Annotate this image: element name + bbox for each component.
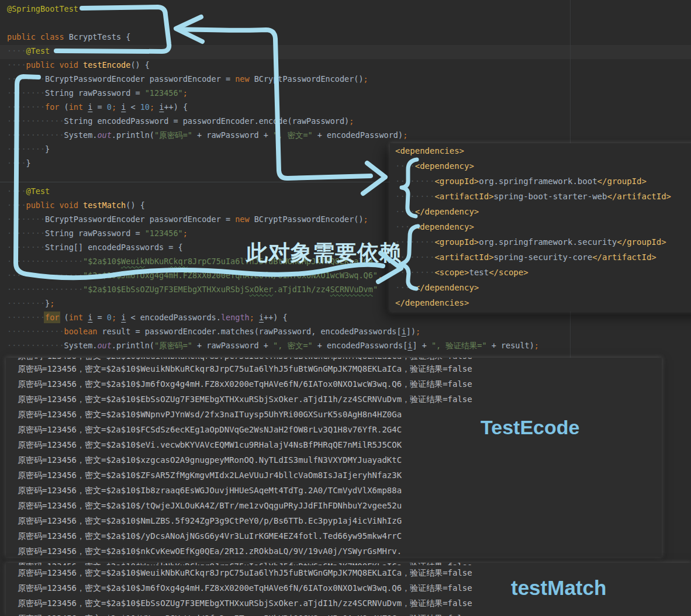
xml-line: ········<scope>test</scope>	[395, 265, 691, 280]
xml-line: ····</dependency>	[395, 204, 691, 219]
xml-line: ····</dependency>	[395, 280, 691, 295]
code-line[interactable]: ········for (int i = 0; i < 10; i++) {	[7, 100, 539, 114]
console-line: 原密码=123456，密文=$2a$10$eVi.vecwbKYVAVcEQMW…	[6, 437, 662, 452]
code-line[interactable]: ····public void testEncode() {	[7, 58, 539, 72]
console-line: 原密码=123456，密文=$2a$10$xzgcasO2A9gnugpeyMR…	[6, 452, 662, 468]
console-line: 原密码=123456，密文=$2a$10$NmLZBS.5f924ZgP3g9C…	[6, 513, 662, 528]
console-line: 原密码=123456，密文=$2a$10$Ib8zraaq6EsWGJOuvjH…	[6, 483, 662, 498]
xml-line: ········<groupId>org.springframework.sec…	[395, 234, 691, 250]
label-testmatch: testMatch	[511, 576, 606, 600]
code-line[interactable]: ············System.out.println("原密码=" + …	[7, 128, 539, 142]
console-line: 原密码=123456，密文=$2a$10$ZFsAR5ZfMgKmgvMIdx2…	[6, 468, 662, 483]
label-testencode: TestEcode	[481, 416, 579, 439]
code-line[interactable]: public class BcryptTests {	[7, 30, 539, 44]
xml-line: ····<dependency>	[395, 219, 691, 234]
xml-line: <dependencies>	[395, 143, 691, 158]
xml-line: ····<dependency>	[395, 158, 691, 174]
xml-line: ········<artifactId>spring-security-core…	[395, 250, 691, 265]
code-line[interactable]: ····@Test	[7, 44, 539, 58]
ide-screenshot-root: @SpringBootTestpublic class BcryptTests …	[0, 0, 691, 616]
console-line: 原密码=123456，密文=$2a$10$nkCvKewOEfKg0QEa/2R…	[6, 544, 662, 557]
console-line: 原密码=123456，密文=$2a$10$/yDcsANoAjNGsG6y4Vr…	[6, 528, 662, 544]
console-line: 原密码=123456，密文=$2a$10$/tQwjeJXLOuKA4Z/BTr…	[6, 498, 662, 513]
xml-line: ········<groupId>org.springframework.boo…	[395, 174, 691, 189]
pom-dependencies-snippet: <dependencies>····<dependency>········<g…	[390, 143, 691, 312]
xml-line: </dependencies>	[395, 295, 691, 310]
code-line[interactable]: ········BCryptPasswordEncoder passwordEn…	[7, 72, 539, 86]
code-line[interactable]	[7, 16, 539, 30]
console-line: 原密码=123456，密文=$2a$10$Jm6fOxg4g4mH.FZ8xX0…	[6, 376, 662, 392]
console-line: 原密码=123456，密文=$2a$10$WeuikNbKuRCkqr8JrpC…	[6, 361, 662, 376]
console-line: 原密码=123456，密文=$2a$10$WNpnvPJYnWsd/2fx3na…	[6, 611, 691, 616]
annotation-note-needs-dependency: 此对象需要依赖	[246, 238, 402, 268]
console-line: 原密码=123456，密文=$2a$10$EbSsOZUg7F3EMEbgXTH…	[6, 392, 662, 407]
code-line[interactable]: ············boolean result = passwordEnc…	[7, 324, 539, 338]
xml-line: ········<artifactId>spring-boot-starter-…	[395, 189, 691, 204]
console-output-testencode[interactable]: 原密码=123456，密文=$2a$10$WeuikNbKuRCkqr8JrpC…	[6, 358, 662, 557]
code-line[interactable]: ········for (int i = 0; i < encodedPassw…	[7, 310, 539, 324]
code-line[interactable]: @SpringBootTest	[7, 2, 539, 16]
code-line[interactable]: ········String rawPassword = "123456";	[7, 86, 539, 100]
code-line[interactable]: ············String encodedPassword = pas…	[7, 114, 539, 128]
code-line[interactable]: ············System.out.println("原密码=" + …	[7, 338, 539, 352]
